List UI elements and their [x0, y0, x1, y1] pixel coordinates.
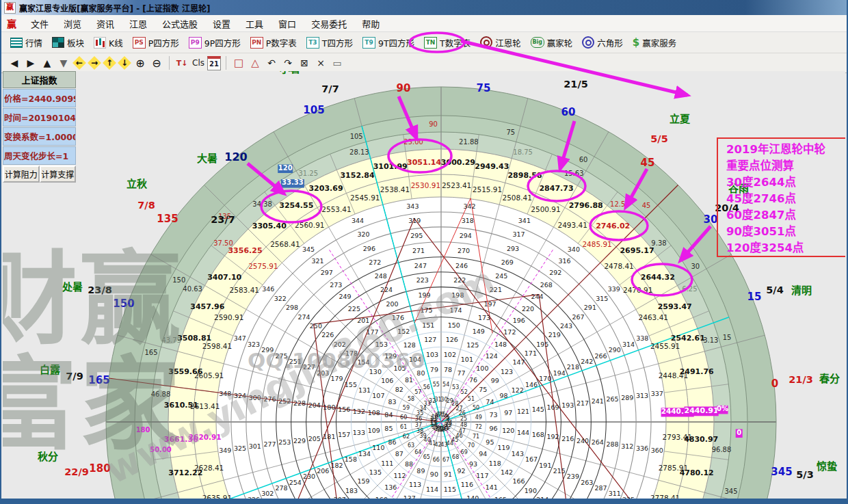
svg-text:345: 345	[302, 246, 315, 253]
svg-text:5/3: 5/3	[796, 469, 813, 480]
title-bar[interactable]: 赢 赢家江恩专业版[赢家服务平台] - [上证指数 江恩轮]	[1, 0, 847, 15]
svg-text:3407.10: 3407.10	[207, 273, 241, 282]
svg-text:15: 15	[747, 291, 762, 303]
toolbar-button-P数字表[interactable]: PNP数字表	[246, 35, 302, 51]
svg-text:23/8: 23/8	[88, 284, 112, 295]
svg-text:250: 250	[310, 322, 322, 330]
svg-text:141: 141	[486, 483, 498, 491]
window-title: 赢家江恩专业版[赢家服务平台] - [上证指数 江恩轮]	[19, 2, 210, 14]
menu-item-1[interactable]: 浏览	[56, 15, 89, 32]
svg-text:228: 228	[293, 399, 306, 407]
pan-down-button[interactable]: ↓	[118, 56, 131, 70]
menu-item-6[interactable]: 工具	[238, 15, 271, 32]
svg-text:73: 73	[490, 411, 498, 419]
svg-text:60: 60	[579, 156, 588, 163]
svg-text:2523.41: 2523.41	[442, 181, 471, 189]
menu-item-5[interactable]: 设置	[205, 15, 238, 32]
svg-text:0%: 0%	[717, 405, 728, 412]
svg-text:135: 135	[157, 213, 178, 225]
svg-text:12.50: 12.50	[610, 200, 630, 208]
time-price-button[interactable]: T↓	[174, 55, 189, 70]
triangle-tool-button[interactable]: △	[248, 55, 263, 70]
toolbar-button-P四方形[interactable]: PSP四方形	[128, 35, 184, 51]
svg-text:90: 90	[397, 82, 411, 94]
pan-up-button[interactable]: ↑	[103, 56, 116, 70]
toolbar-button-label: 行情	[25, 36, 42, 49]
svg-text:181: 181	[323, 433, 335, 440]
menu-item-3[interactable]: 江恩	[122, 15, 155, 32]
screen-button[interactable]: ▭	[330, 55, 345, 70]
svg-text:289: 289	[621, 394, 633, 401]
svg-text:122: 122	[512, 386, 524, 394]
pan-left-button[interactable]: ←	[72, 56, 86, 70]
svg-text:春分: 春分	[819, 373, 840, 385]
svg-text:2530.91: 2530.91	[411, 181, 440, 189]
svg-text:174: 174	[449, 306, 462, 314]
svg-text:51: 51	[468, 396, 475, 402]
svg-text:2515.91: 2515.91	[473, 185, 502, 194]
scale-button[interactable]: ×	[313, 55, 328, 70]
svg-text:2485.91: 2485.91	[582, 240, 611, 248]
gann-wheel-chart[interactable]: 1234567891011121314151617181920212223242…	[3, 71, 845, 499]
toolbar-button-9T四方形[interactable]: T99T四方形	[358, 35, 419, 51]
svg-text:3356.25: 3356.25	[228, 246, 262, 255]
zoom-out-button[interactable]: ⊖	[149, 55, 164, 70]
menu-item-4[interactable]: 公式选股	[155, 15, 205, 32]
menu-item-7[interactable]: 窗口	[271, 15, 304, 32]
toolbar-button-label: 9P四方形	[204, 36, 241, 49]
toolbar-button-赢家服务[interactable]: $赢家服务	[628, 35, 681, 51]
menu-item-9[interactable]: 帮助	[354, 15, 387, 32]
up-button[interactable]: ▲	[40, 55, 55, 70]
svg-text:129: 129	[384, 352, 397, 360]
toolbar-button-9P四方形[interactable]: P99P四方形	[184, 35, 246, 51]
svg-text:2898.58: 2898.58	[507, 171, 542, 180]
rotate-ccw-button[interactable]: ↶	[264, 55, 279, 70]
svg-text:白露: 白露	[40, 364, 61, 376]
delete-box-button[interactable]: ⊠	[297, 55, 312, 70]
main-toolbar: 行情板块K线PSP四方形P99P四方形PNP数字表T3T四方形T99T四方形TN…	[1, 32, 847, 53]
svg-text:3152.84: 3152.84	[340, 171, 374, 180]
info-row-0: 价格=2440.9099	[3, 89, 76, 107]
calc-support-button[interactable]: 计算支撑	[40, 165, 77, 183]
toolbar-button-六角形[interactable]: 六角形	[577, 35, 628, 51]
toolbar-button-江恩轮[interactable]: 江恩轮	[475, 35, 526, 51]
calendar-button[interactable]: 21	[207, 56, 221, 70]
pan-right-button[interactable]: →	[88, 56, 101, 70]
rotate-cw-button[interactable]: ↷	[280, 55, 295, 70]
calc-resistance-button[interactable]: 计算阻力	[3, 165, 40, 183]
svg-text:277: 277	[263, 440, 276, 448]
svg-text:227: 227	[303, 363, 315, 371]
toolbar-button-板块[interactable]: 板块	[47, 35, 89, 51]
page-right-button[interactable]: ▶	[23, 55, 38, 70]
menu-item-8[interactable]: 交易委托	[304, 15, 354, 32]
svg-text:97: 97	[504, 409, 512, 416]
svg-text:84: 84	[384, 411, 393, 419]
svg-text:338: 338	[636, 334, 648, 342]
svg-text:2478.41: 2478.41	[604, 262, 633, 270]
gann-wheel-canvas[interactable]: 1234567891011121314151617181920212223242…	[3, 71, 845, 499]
cls-button[interactable]: Cls	[191, 55, 206, 70]
toolbar-button-K线[interactable]: K线	[89, 35, 128, 51]
toolbar-button-label: P四方形	[148, 36, 179, 49]
svg-text:66: 66	[433, 457, 440, 463]
svg-text:23/7: 23/7	[211, 214, 235, 225]
page-left-button[interactable]: ◀	[7, 55, 22, 70]
zoom-in-button[interactable]: ⊕	[133, 55, 148, 70]
square-tool-button[interactable]: □	[231, 55, 246, 70]
svg-text:96.88: 96.88	[712, 446, 732, 453]
svg-text:2560.91: 2560.91	[295, 221, 324, 229]
svg-text:193: 193	[561, 401, 574, 409]
menu-item-0[interactable]: 文件	[23, 15, 56, 32]
down-button[interactable]: ▼	[56, 55, 71, 70]
badge: T3	[306, 37, 319, 49]
badge: PN	[250, 37, 263, 49]
toolbar-button-T数字表[interactable]: TNT数字表	[419, 35, 475, 51]
svg-text:314: 314	[622, 341, 635, 348]
svg-text:2949.43: 2949.43	[475, 162, 509, 171]
toolbar-button-行情[interactable]: 行情	[5, 35, 47, 51]
menu-item-2[interactable]: 资讯	[89, 15, 122, 32]
toolbar-button-T四方形[interactable]: T3T四方形	[302, 35, 358, 51]
toolbar-button-赢家轮[interactable]: Big赢家轮	[526, 35, 578, 51]
svg-text:21.88: 21.88	[459, 138, 479, 146]
svg-text:220: 220	[522, 305, 534, 313]
